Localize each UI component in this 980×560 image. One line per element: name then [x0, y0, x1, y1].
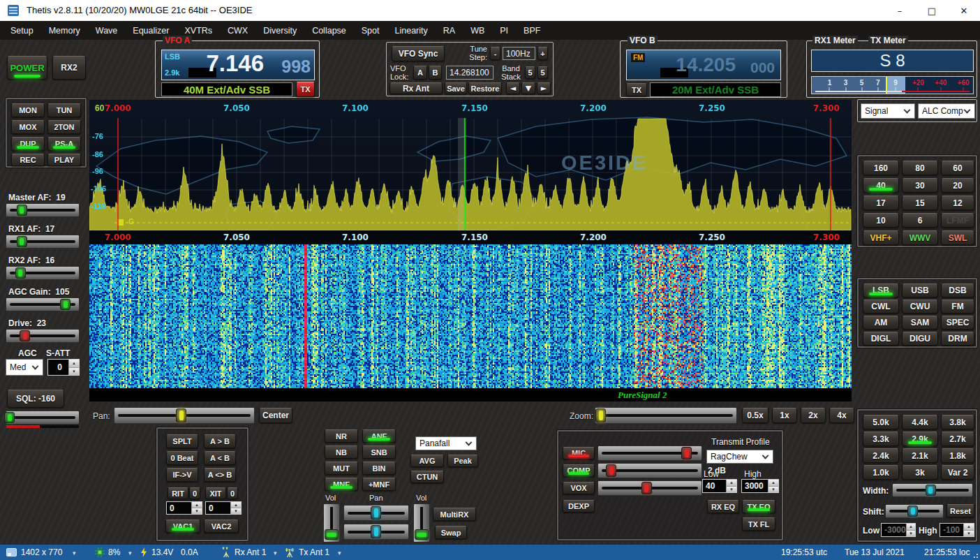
rx2-button[interactable]: RX2	[52, 56, 86, 80]
filter-27k-button[interactable]: 2.7k	[941, 432, 974, 446]
rit-zero-button[interactable]: 0	[189, 487, 200, 499]
maximize-button[interactable]: □	[916, 0, 948, 21]
tx-ant-status[interactable]: Tx Ant 1	[299, 547, 329, 557]
if-to-v-button[interactable]: IF->V	[166, 468, 198, 482]
cpu-caret-icon[interactable]: ▾	[128, 550, 132, 557]
vfo-lock-a-button[interactable]: A	[413, 66, 427, 80]
slider-thumb[interactable]	[20, 330, 30, 341]
band-stack-1-button[interactable]: 5	[525, 66, 535, 79]
mode-cwu-button[interactable]: CWU	[902, 300, 938, 314]
split-button[interactable]: SPLT	[166, 434, 198, 448]
slider-thumb[interactable]	[4, 412, 15, 423]
tx-ant-caret-icon[interactable]: ▾	[338, 550, 341, 557]
vfo-a-tx-button[interactable]: TX	[296, 82, 315, 97]
power-button[interactable]: POWER	[7, 56, 47, 80]
filter-50k-button[interactable]: 5.0k	[863, 415, 899, 429]
agc-gain-slider[interactable]	[6, 297, 80, 311]
mode-sam-button[interactable]: SAM	[902, 316, 938, 330]
vox-button[interactable]: VOX	[563, 482, 595, 494]
filter-3k-button[interactable]: 3k	[902, 465, 938, 480]
band-17-button[interactable]: 17	[863, 196, 899, 210]
band-20-button[interactable]: 20	[941, 178, 974, 193]
spin-up-icon[interactable]: ▲	[231, 502, 241, 508]
slider-thumb[interactable]	[595, 408, 606, 422]
band-next-button[interactable]: ►	[537, 82, 551, 94]
spin-up-icon[interactable]: ▲	[727, 480, 736, 487]
sql-button[interactable]: SQL: -160	[7, 390, 64, 408]
spin-down-icon[interactable]: ▼	[727, 487, 736, 493]
nb-button[interactable]: NB	[325, 445, 358, 459]
a-to-b-button[interactable]: A > B	[204, 434, 236, 448]
band-prev-button[interactable]: ◄	[506, 82, 520, 94]
spin-up-icon[interactable]: ▲	[769, 480, 778, 487]
width-slider[interactable]	[892, 483, 973, 497]
vac2-button[interactable]: VAC2	[204, 520, 239, 533]
mode-fm-button[interactable]: FM	[941, 300, 974, 314]
band-15-button[interactable]: 15	[902, 196, 938, 210]
slider-thumb[interactable]	[17, 205, 27, 216]
band-40-button[interactable]: 40	[863, 178, 899, 193]
tx-high-stepper[interactable]: 3000▲▼	[741, 479, 779, 493]
swap-button[interactable]: Swap	[435, 526, 467, 539]
ctun-button[interactable]: CTUN	[410, 471, 444, 483]
mode-drm-button[interactable]: DRM	[941, 332, 974, 346]
comp-button[interactable]: COMP	[563, 464, 595, 477]
filter-10k-button[interactable]: 1.0k	[863, 465, 899, 480]
tune-step-minus-button[interactable]: -	[490, 47, 500, 60]
menu-equalizer[interactable]: Equalizer	[125, 26, 177, 36]
slider-thumb[interactable]	[176, 408, 186, 422]
2ton-button[interactable]: 2TON	[47, 120, 81, 134]
tx-meter-select[interactable]: ALC Comp	[918, 103, 975, 119]
band-30-button[interactable]: 30	[902, 178, 938, 193]
mode-am-button[interactable]: AM	[863, 316, 899, 330]
vfo-a-display[interactable]: LSB 2.9k 7.146 998	[161, 50, 315, 80]
slider-thumb[interactable]	[641, 482, 652, 494]
zoom-05x-button[interactable]: 0.5x	[742, 408, 769, 423]
band-10-button[interactable]: 10	[863, 213, 899, 228]
slider-thumb[interactable]	[371, 525, 381, 538]
spin-down-icon[interactable]: ▼	[964, 531, 974, 537]
band-wwv-button[interactable]: WWV	[902, 230, 938, 245]
mode-usb-button[interactable]: USB	[902, 283, 938, 297]
zoom-1x-button[interactable]: 1x	[772, 408, 797, 423]
zero-beat-button[interactable]: 0 Beat	[166, 451, 198, 465]
filter-high-stepper[interactable]: -100▲▼	[940, 523, 974, 537]
menu-wave[interactable]: Wave	[88, 26, 126, 36]
menu-xvtrs[interactable]: XVTRs	[177, 26, 220, 36]
slider-thumb[interactable]	[415, 529, 429, 540]
vfo-b-display[interactable]: FM 14.205 000	[626, 50, 781, 80]
filter-24k-button[interactable]: 2.4k	[863, 448, 899, 463]
resolution-caret-icon[interactable]: ▾	[73, 550, 76, 557]
band-vhf-button[interactable]: VHF+	[863, 230, 899, 245]
tx-fl-button[interactable]: TX FL	[742, 517, 775, 531]
zoom-slider[interactable]	[595, 407, 737, 424]
slider-thumb[interactable]	[371, 506, 381, 520]
mode-cwl-button[interactable]: CWL	[863, 300, 899, 314]
sql-slider[interactable]	[6, 411, 80, 425]
xit-stepper[interactable]: 0▲▼	[205, 501, 242, 515]
filter-low-stepper[interactable]: -3000▲▼	[881, 523, 916, 537]
menu-setup[interactable]: Setup	[3, 26, 41, 36]
snb-button[interactable]: SNB	[362, 445, 396, 459]
menu-linearity[interactable]: Linearity	[387, 26, 436, 36]
menu-collapse[interactable]: Collapse	[304, 26, 354, 36]
frequency-entry-field[interactable]: 14.268100	[446, 66, 493, 80]
filter-21k-button[interactable]: 2.1k	[902, 448, 938, 463]
band-swl-button[interactable]: SWL	[941, 230, 974, 245]
tx-eq-button[interactable]: TX EQ	[742, 500, 775, 513]
shift-slider[interactable]	[885, 504, 944, 518]
rx1-af-slider[interactable]	[6, 235, 80, 249]
comp-slider[interactable]	[597, 463, 702, 478]
spin-up-icon[interactable]: ▲	[192, 502, 202, 508]
mox-button[interactable]: MOX	[11, 120, 45, 134]
dup-button[interactable]: DUP	[11, 137, 45, 151]
slider-thumb[interactable]	[926, 485, 936, 496]
transmit-profile-select[interactable]: RagChew	[706, 450, 773, 464]
mode-spec-button[interactable]: SPEC	[941, 316, 974, 330]
band-6-button[interactable]: 6	[902, 213, 938, 228]
spin-up-icon[interactable]: ▲	[69, 360, 79, 368]
cpu-status[interactable]: 8%	[108, 547, 120, 557]
band-stack-2-button[interactable]: 5	[537, 66, 548, 79]
agc-select[interactable]: Med	[6, 359, 43, 376]
pan-slider[interactable]	[114, 407, 255, 424]
